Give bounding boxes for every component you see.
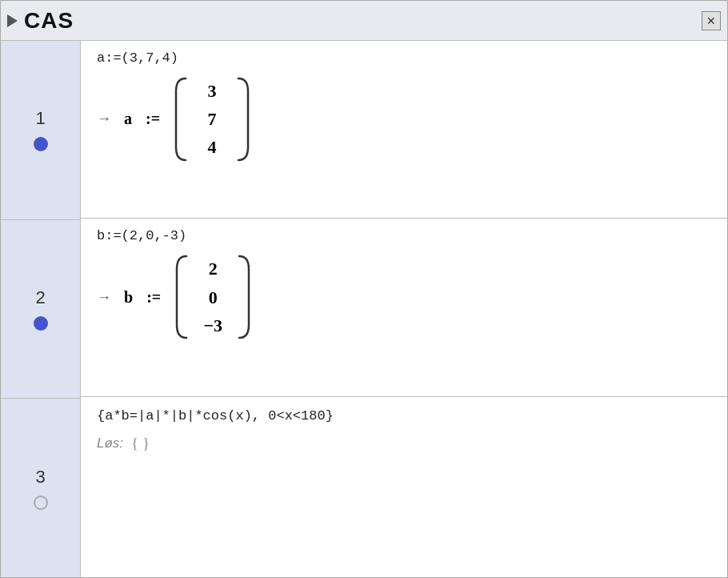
row-1-var: a [124, 110, 133, 128]
dot-filled-2[interactable] [34, 316, 48, 331]
row-2-val-1: 2 [201, 255, 225, 283]
right-bracket-2 [236, 253, 252, 341]
solve-result: { } [131, 435, 150, 452]
row-1-content: a:=(3,7,4) → a := 3 7 4 [81, 41, 727, 219]
content-area: 1 2 3 a:=(3,7,4) → a := [1, 41, 727, 577]
row-2-values: 2 0 −3 [190, 251, 236, 343]
dot-filled-1[interactable] [34, 137, 48, 151]
row-number-1: 1 [35, 108, 45, 129]
window-title: CAS [24, 8, 74, 34]
row-1-val-2: 7 [200, 105, 224, 133]
row-2-val-3: −3 [201, 311, 225, 339]
arrow-icon-1: → [97, 110, 111, 127]
row-number-2: 2 [35, 287, 45, 308]
expand-icon[interactable] [7, 14, 18, 27]
row-1-val-3: 4 [200, 133, 224, 161]
row-2-output: → b := 2 0 −3 [97, 251, 711, 343]
row-3-content: {a*b=|a|*|b|*cos(x), 0<x<180} Løs: { } [81, 397, 727, 577]
left-bracket-2 [174, 253, 190, 341]
row-2-val-2: 0 [201, 283, 225, 311]
sidebar-cell-1: 1 [1, 41, 80, 220]
sidebar-cell-3: 3 [1, 399, 80, 577]
title-bar: CAS ✕ [1, 1, 727, 41]
solve-label: Løs: [97, 436, 123, 452]
sidebar: 1 2 3 [1, 41, 81, 577]
row-2-content: b:=(2,0,-3) → b := 2 0 −3 [81, 219, 727, 396]
row-2-matrix: 2 0 −3 [174, 251, 252, 343]
row-1-output: → a := 3 7 4 [97, 74, 711, 165]
row-1-matrix: 3 7 4 [173, 74, 251, 165]
row-1-values: 3 7 4 [189, 74, 235, 165]
sidebar-cell-2: 2 [1, 220, 80, 399]
row-2-assign: := [146, 288, 161, 307]
title-bar-left: CAS [7, 8, 74, 34]
row-2-var: b [124, 288, 134, 307]
row-2-input[interactable]: b:=(2,0,-3) [97, 228, 711, 243]
rows-area: a:=(3,7,4) → a := 3 7 4 [81, 41, 727, 577]
dot-empty-3[interactable] [34, 496, 48, 510]
arrow-icon-2: → [97, 289, 111, 306]
cas-window: CAS ✕ 1 2 3 a:=(3,7,4) [0, 0, 728, 578]
row-1-input[interactable]: a:=(3,7,4) [97, 50, 711, 66]
row-number-3: 3 [35, 467, 45, 488]
right-bracket-1 [235, 75, 251, 163]
row-3-input[interactable]: {a*b=|a|*|b|*cos(x), 0<x<180} [97, 408, 711, 423]
close-button[interactable]: ✕ [702, 11, 721, 30]
row-1-val-1: 3 [200, 77, 224, 105]
row-3-solve-output: Løs: { } [97, 435, 711, 452]
row-1-assign: := [146, 110, 160, 128]
left-bracket-1 [173, 75, 189, 163]
